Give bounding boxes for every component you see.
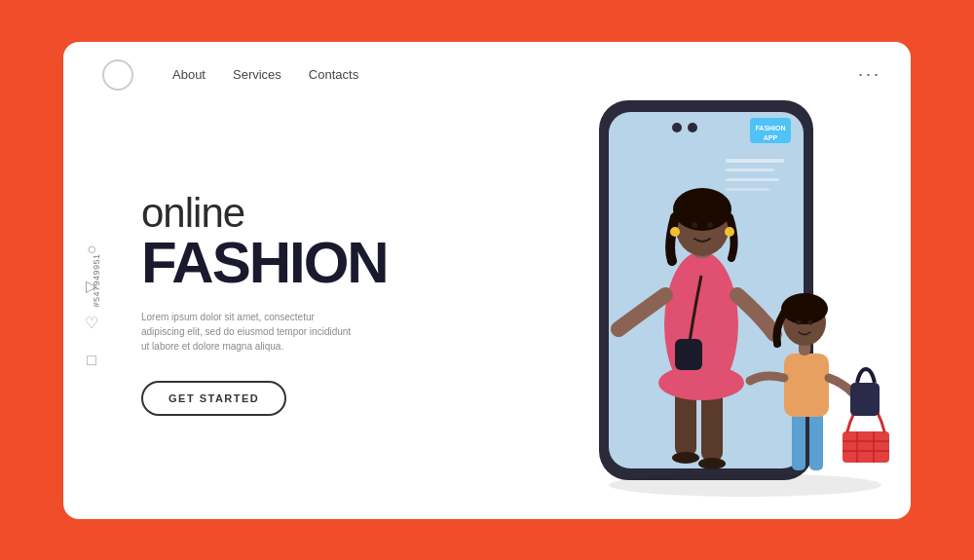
description-text: Lorem ipsum dolor sit amet, consectetur … bbox=[141, 310, 356, 354]
svg-rect-9 bbox=[726, 178, 779, 181]
svg-point-22 bbox=[707, 222, 713, 228]
headline-fashion: FASHION bbox=[141, 234, 453, 292]
svg-rect-33 bbox=[843, 431, 889, 463]
svg-point-21 bbox=[692, 222, 697, 228]
svg-point-16 bbox=[658, 365, 744, 400]
logo[interactable] bbox=[102, 59, 133, 91]
svg-point-31 bbox=[797, 319, 802, 324]
svg-point-30 bbox=[781, 293, 828, 324]
svg-text:FASHION: FASHION bbox=[755, 125, 785, 131]
svg-rect-38 bbox=[850, 383, 880, 416]
get-started-button[interactable]: GET STARTED bbox=[141, 381, 286, 416]
illustration: FASHION APP bbox=[502, 81, 911, 519]
headline-online: online bbox=[141, 193, 453, 234]
nav-contacts[interactable]: Contacts bbox=[309, 67, 358, 82]
svg-text:APP: APP bbox=[764, 134, 778, 141]
svg-rect-7 bbox=[726, 159, 784, 163]
heart-icon: ♡ bbox=[81, 313, 102, 334]
square-icon: □ bbox=[81, 350, 102, 371]
svg-point-23 bbox=[670, 227, 680, 237]
svg-rect-27 bbox=[784, 354, 829, 417]
main-content: ○ ▷ ♡ □ online FASHION Lorem ipsum dolor… bbox=[63, 91, 911, 519]
main-card: #547949951 About Services Contacts ··· ○… bbox=[63, 42, 911, 519]
svg-point-39 bbox=[609, 473, 881, 497]
watermark: #547949951 bbox=[92, 253, 101, 307]
svg-rect-10 bbox=[726, 188, 769, 191]
svg-point-2 bbox=[672, 123, 682, 132]
svg-rect-26 bbox=[809, 412, 823, 470]
left-content: online FASHION Lorem ipsum dolor sit ame… bbox=[122, 193, 453, 416]
svg-point-32 bbox=[808, 319, 813, 324]
svg-point-24 bbox=[725, 227, 734, 237]
svg-point-3 bbox=[688, 123, 697, 132]
svg-rect-8 bbox=[726, 168, 774, 171]
svg-point-20 bbox=[673, 188, 731, 231]
nav-services[interactable]: Services bbox=[233, 67, 281, 82]
right-content: FASHION APP bbox=[453, 91, 911, 519]
svg-point-13 bbox=[672, 452, 699, 464]
svg-point-14 bbox=[698, 458, 726, 469]
svg-rect-17 bbox=[675, 339, 702, 370]
nav-about[interactable]: About bbox=[172, 67, 206, 82]
svg-rect-25 bbox=[792, 412, 805, 470]
